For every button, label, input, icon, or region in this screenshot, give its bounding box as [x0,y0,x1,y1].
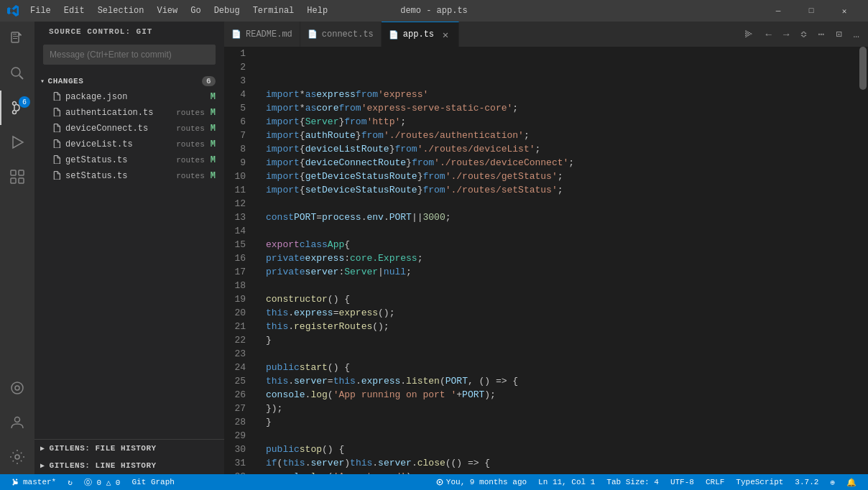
code-content[interactable]: import * as express from 'express'import… [260,47,858,474]
go-back-icon[interactable]: ← [762,27,774,42]
title-bar-title: demo - app.ts [400,6,468,16]
activity-bar: 6 [0,22,34,474]
sync-status-item[interactable]: ↻ [62,474,78,490]
encoding-label: UTF-8 [670,478,694,486]
line-number: 9 [224,156,254,170]
close-button[interactable]: ✕ [828,0,861,22]
code-line: }); [266,402,858,415]
source-control-activity-icon[interactable]: 6 [0,91,34,125]
line-number: 19 [224,292,254,306]
tab-connect[interactable]: 📄 connect.ts [300,22,382,47]
file-item[interactable]: package.json M [34,89,224,105]
code-line: console.log('App running on port ' + POR… [266,388,858,402]
menu-go[interactable]: Go [185,4,206,17]
menu-terminal[interactable]: Terminal [247,4,300,17]
branch-status-item[interactable]: master* [6,474,62,490]
svg-point-17 [15,455,19,459]
code-line [266,279,858,292]
layout-icon[interactable]: ⊡ [833,27,844,42]
status-bar: master* ↻ ⓪ 0 △ 0 Git Graph You, 9 month… [0,474,868,490]
remote-status-item[interactable]: ⊕ [824,474,841,490]
tab-app[interactable]: 📄 app.ts ✕ [382,22,459,47]
source-control-header: SOURCE CONTROL: GIT [34,22,224,42]
git-graph-item[interactable]: Git Graph [126,474,180,490]
line-numbers: 1234567891011121314151617181920212223242… [224,47,260,474]
menu-help[interactable]: Help [301,4,333,17]
editor-scrollbar[interactable] [858,47,868,474]
file-item[interactable]: setStatus.ts routes M [34,168,224,184]
overflow-icon[interactable]: … [851,27,862,42]
code-line [266,347,858,361]
line-number: 2 [224,60,254,74]
cursor-position: Ln 11, Col 1 [538,478,595,486]
minimize-button[interactable]: — [762,0,795,22]
position-status-item[interactable]: Ln 11, Col 1 [532,474,601,490]
file-status: M [211,139,216,149]
code-line: import * as express from 'express' [266,88,858,101]
encoding-item[interactable]: UTF-8 [665,474,700,490]
line-number: 21 [224,320,254,333]
gitlens-file-history[interactable]: ▶ GITLENS: FILE HISTORY [34,440,224,457]
gitlens-status-item[interactable]: You, 9 months ago [430,474,532,490]
tab-size-label: Tab Size: 4 [606,478,659,486]
svg-rect-10 [11,170,16,175]
svg-rect-2 [13,36,18,37]
language-item[interactable]: TypeScript [730,474,789,490]
svg-rect-11 [19,170,24,175]
line-number: 4 [224,88,254,101]
line-number: 28 [224,415,254,429]
changes-count-badge: 6 [202,76,216,86]
file-item[interactable]: deviceConnect.ts routes M [34,121,224,137]
settings-activity-icon[interactable] [0,440,34,474]
tab-readme[interactable]: 📄 README.md [224,22,300,47]
tab-size-item[interactable]: Tab Size: 4 [601,474,665,490]
version-item[interactable]: 3.7.2 [789,474,824,490]
split-editor-icon[interactable]: ⫸ [741,27,757,42]
source-control-badge: 6 [19,96,30,108]
remote-activity-icon[interactable] [0,371,34,405]
svg-rect-3 [13,38,17,39]
line-number: 16 [224,251,254,265]
notifications-item[interactable]: 🔔 [841,474,862,490]
menu-debug[interactable]: Debug [208,4,246,17]
svg-point-14 [11,382,23,394]
file-path: routes [176,140,205,149]
file-icon [52,91,61,103]
code-line: private express: core.Express; [266,251,858,265]
sync-icon: ↻ [68,478,73,487]
more-actions-icon[interactable]: ⋯ [816,27,827,42]
open-changes-icon[interactable]: ≎ [798,27,809,42]
file-item[interactable]: getStatus.ts routes M [34,152,224,168]
file-item[interactable]: authentication.ts routes M [34,105,224,121]
account-activity-icon[interactable] [0,405,34,440]
menu-view[interactable]: View [151,4,183,17]
svg-line-5 [19,75,23,79]
line-number: 7 [224,129,254,142]
gitlens-line-history[interactable]: ▶ GITLENS: LINE HISTORY [34,457,224,474]
file-path: routes [176,108,205,117]
vscode-logo [7,5,19,17]
notifications-icon: 🔔 [846,478,857,487]
extensions-activity-icon[interactable] [0,160,34,194]
menu-file[interactable]: File [24,4,57,17]
gitlens-sections: ▶ GITLENS: FILE HISTORY ▶ GITLENS: LINE … [34,439,224,474]
commit-message-input[interactable] [43,45,216,65]
changes-label: CHANGES [48,77,84,85]
search-activity-icon[interactable] [0,56,34,91]
changes-header[interactable]: ▾ CHANGES 6 [34,73,224,89]
explorer-activity-icon[interactable] [0,22,34,56]
menu-edit[interactable]: Edit [58,4,91,17]
tab-app-close-icon[interactable]: ✕ [440,29,451,40]
go-forward-icon[interactable]: → [780,27,792,42]
line-number: 1 [224,47,254,60]
menu-selection[interactable]: Selection [92,4,150,17]
run-activity-icon[interactable] [0,125,34,160]
errors-warnings-item[interactable]: ⓪ 0 △ 0 [78,474,126,490]
status-bar-right: You, 9 months ago Ln 11, Col 1 Tab Size:… [430,474,862,490]
file-item[interactable]: deviceList.ts routes M [34,137,224,152]
file-path: routes [176,172,205,180]
code-editor[interactable]: 1234567891011121314151617181920212223242… [224,47,868,474]
code-line: import { authRoute } from './routes/auth… [266,129,858,142]
maximize-button[interactable]: □ [795,0,828,22]
line-ending-item[interactable]: CRLF [700,474,730,490]
